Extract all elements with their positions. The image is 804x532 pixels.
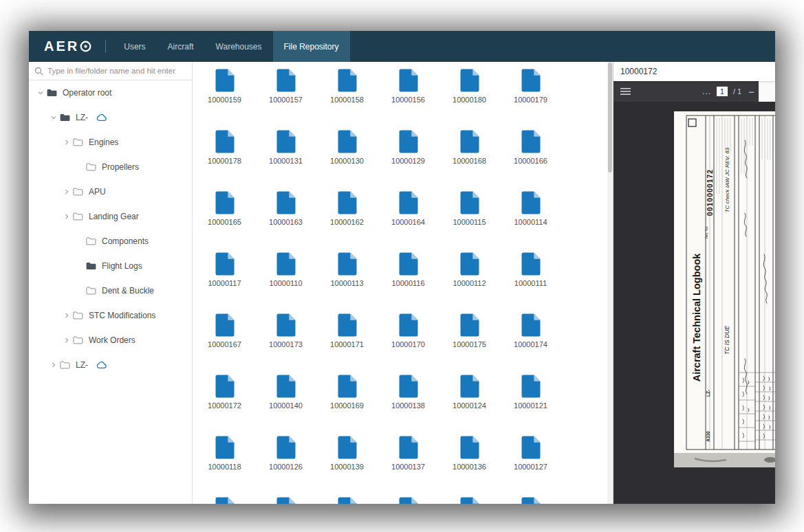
file-label: 10000116 <box>391 279 424 287</box>
file-tile[interactable]: 10000156 <box>378 69 439 130</box>
file-tile[interactable]: 10000180 <box>439 69 500 130</box>
tree-item-engines[interactable]: Engines <box>29 130 192 155</box>
file-icon <box>215 436 235 459</box>
chevron-right-icon[interactable] <box>63 188 73 195</box>
file-tile[interactable]: 10000159 <box>194 69 255 130</box>
tree-item-apu[interactable]: APU <box>29 179 192 204</box>
file-tile[interactable]: 10000115 <box>439 191 500 252</box>
file-label: 10000131 <box>269 157 303 165</box>
file-tile[interactable]: 10000165 <box>194 191 255 252</box>
file-label: 10000169 <box>330 401 364 410</box>
nav-item-file-repository[interactable]: File Repository <box>273 31 350 62</box>
file-tile[interactable]: 10000169 <box>316 375 378 436</box>
file-icon <box>276 69 296 92</box>
tree-item-lz[interactable]: LZ- <box>29 105 192 130</box>
tree-item-work-orders[interactable]: Work Orders <box>29 328 192 353</box>
chevron-down-icon[interactable] <box>50 114 60 121</box>
file-tile[interactable]: 10000139 <box>316 436 378 497</box>
tree-item-stc-modifications[interactable]: STC Modifications <box>29 303 192 328</box>
file-tile[interactable]: 10000111 <box>500 252 561 313</box>
file-tile[interactable]: 10000179 <box>500 69 561 130</box>
file-tile-partial[interactable] <box>500 497 561 504</box>
tree-item-flight-logs[interactable]: Flight Logs <box>29 254 192 278</box>
tree-item-components[interactable]: Components <box>29 229 192 254</box>
file-tile-partial[interactable] <box>316 497 378 504</box>
chevron-right-icon[interactable] <box>63 139 73 146</box>
folder-icon <box>73 212 83 221</box>
search-input[interactable] <box>47 67 186 75</box>
file-tile[interactable]: 10000116 <box>378 252 439 313</box>
file-tile[interactable]: 10000174 <box>500 313 561 375</box>
nav-item-warehouses[interactable]: Warehouses <box>205 31 273 62</box>
zoom-dropdown-partial[interactable] <box>759 81 775 102</box>
file-icon <box>460 130 479 153</box>
file-tile[interactable]: 10000138 <box>378 375 439 436</box>
file-tile[interactable]: 10000121 <box>500 375 561 436</box>
file-tile[interactable]: 10000172 <box>194 375 255 436</box>
tree-item-lz[interactable]: LZ- <box>29 353 192 377</box>
tree-item-propellers[interactable]: Propellers <box>29 155 192 179</box>
file-tile[interactable]: 10000136 <box>439 436 500 497</box>
file-label: 10000171 <box>330 340 364 348</box>
file-tile[interactable]: 10000113 <box>316 252 378 313</box>
file-tile-partial[interactable] <box>378 497 439 504</box>
file-label: 10000162 <box>330 218 364 226</box>
file-tile[interactable]: 10000167 <box>194 313 255 375</box>
file-tile[interactable]: 10000118 <box>194 436 255 497</box>
file-tile[interactable]: 10000126 <box>255 436 316 497</box>
chevron-down-icon[interactable] <box>37 89 47 96</box>
file-icon <box>215 375 235 398</box>
file-tile[interactable]: 10000173 <box>255 313 316 375</box>
file-tile[interactable]: 10000110 <box>255 252 316 313</box>
scrollbar-thumb[interactable] <box>608 63 612 173</box>
doc-title: Aircraft Technical Logbook <box>691 253 702 382</box>
file-tile[interactable]: 10000162 <box>316 191 378 252</box>
file-tile[interactable]: 10000140 <box>255 375 316 436</box>
file-tile-partial[interactable] <box>439 497 500 504</box>
file-tile[interactable]: 10000168 <box>439 130 500 191</box>
tree-item-dent-buckle[interactable]: Dent & Buckle <box>29 278 192 303</box>
zoom-out-button[interactable]: − <box>748 86 754 98</box>
scrollbar[interactable] <box>607 62 613 504</box>
nav-item-users[interactable]: Users <box>113 31 156 62</box>
tree-item-label: Work Orders <box>89 335 135 345</box>
file-tile[interactable]: 10000129 <box>378 130 439 191</box>
file-tile[interactable]: 10000117 <box>194 252 255 313</box>
more-options-button[interactable]: ... <box>702 87 711 96</box>
file-tile[interactable]: 10000175 <box>439 313 500 375</box>
chevron-right-icon[interactable] <box>63 213 73 220</box>
file-label: 10000127 <box>514 463 547 471</box>
file-tile[interactable]: 10000166 <box>500 130 561 191</box>
doc-seq-label: Seq. No. <box>705 226 708 239</box>
sidebar-toggle-icon[interactable] <box>620 87 631 96</box>
file-tile[interactable]: 10000178 <box>194 130 255 191</box>
file-tile[interactable]: 10000158 <box>316 69 378 130</box>
nav-item-aircraft[interactable]: Aircraft <box>157 31 205 62</box>
file-tile[interactable]: 10000157 <box>255 69 316 130</box>
chevron-right-icon[interactable] <box>50 362 60 368</box>
file-icon <box>338 69 357 92</box>
file-tile[interactable]: 10000131 <box>255 130 316 191</box>
tree-item-landing-gear[interactable]: Landing Gear <box>29 204 192 229</box>
page-number-input[interactable]: 1 <box>717 87 728 96</box>
file-tile[interactable]: 10000164 <box>378 191 439 252</box>
file-label: 10000175 <box>453 340 486 348</box>
chevron-right-icon[interactable] <box>63 312 73 319</box>
file-tile[interactable]: 10000114 <box>500 191 561 252</box>
file-icon <box>399 375 418 398</box>
tree-item-operator-root[interactable]: Operator root <box>29 80 192 105</box>
chevron-right-icon[interactable] <box>63 337 73 344</box>
file-icon <box>460 191 479 214</box>
file-tile[interactable]: 10000137 <box>378 436 439 497</box>
file-tile-partial[interactable] <box>255 497 316 504</box>
file-tile[interactable]: 10000124 <box>439 375 500 436</box>
file-tile[interactable]: 10000127 <box>500 436 561 497</box>
file-tile[interactable]: 10000130 <box>316 130 378 191</box>
file-icon <box>521 252 541 276</box>
file-tile[interactable]: 10000163 <box>255 191 316 252</box>
file-tile-partial[interactable] <box>194 497 255 504</box>
file-tile[interactable]: 10000170 <box>378 313 439 375</box>
file-tile[interactable]: 10000112 <box>439 252 500 313</box>
folder-icon <box>86 237 96 245</box>
file-tile[interactable]: 10000171 <box>316 313 378 375</box>
